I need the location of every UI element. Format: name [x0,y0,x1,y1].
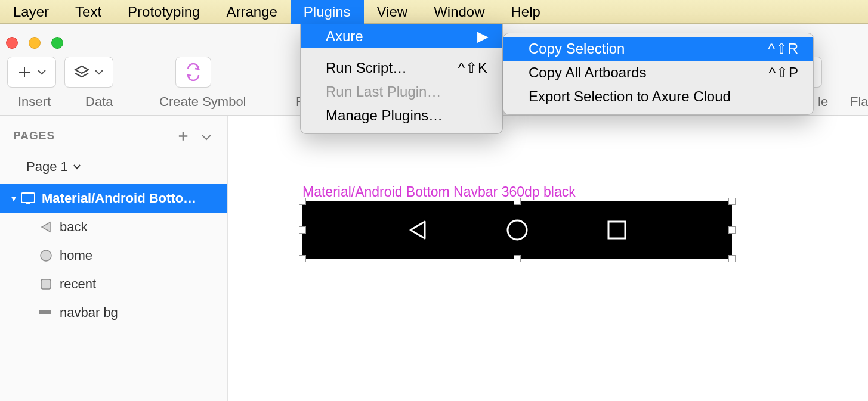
toolbar-cut-le: le [818,94,828,110]
rect-shape-icon [37,304,55,322]
artboard-icon [19,189,37,207]
layer-row-home[interactable]: home [0,241,227,270]
close-window-button[interactable] [6,37,18,49]
android-recent-icon [606,219,628,241]
menu-arrange[interactable]: Arrange [213,0,290,24]
svg-rect-8 [39,310,51,314]
chevron-down-icon [73,162,81,172]
menu-shortcut: ^⇧R [768,41,799,57]
plugins-menu-axure[interactable]: Axure ▶ [301,24,502,48]
square-shape-icon [37,275,55,293]
mac-menubar: Layer Text Prototyping Arrange Plugins V… [0,0,868,24]
axure-copy-all-artboards[interactable]: Copy All Artboards ^⇧P [503,61,813,85]
plugins-menu-manage[interactable]: Manage Plugins… [301,104,502,128]
canvas[interactable]: Material/Android Bottom Navbar 360dp bla… [228,116,868,401]
menu-window[interactable]: Window [421,0,498,24]
menu-item-label: Axure [326,28,363,45]
svg-rect-11 [608,222,625,238]
android-navbar-artboard[interactable] [302,201,732,259]
workspace: PAGES ＋ Page 1 ▼ Material/Android Botto… [0,116,868,401]
menu-item-label: Copy All Artboards [529,64,646,81]
menu-prototyping[interactable]: Prototyping [115,0,213,24]
navbar-icons [302,201,732,259]
layer-label: navbar bg [60,305,118,321]
create-symbol-label: Create Symbol [159,94,246,110]
selection-handle[interactable] [514,255,521,262]
axure-copy-selection[interactable]: Copy Selection ^⇧R [503,37,813,61]
svg-marker-5 [42,222,50,232]
layer-row-recent[interactable]: recent [0,270,227,299]
menu-separator [301,52,502,52]
submenu-arrow-icon: ▶ [477,28,488,45]
menu-item-label: Run Script… [326,60,407,76]
artboard-row[interactable]: ▼ Material/Android Botto… [0,184,227,213]
create-symbol-button[interactable] [175,57,211,88]
menu-item-label: Run Last Plugin… [326,83,441,100]
svg-marker-2 [75,66,88,73]
axure-submenu: Copy Selection ^⇧R Copy All Artboards ^⇧… [503,33,814,115]
circle-shape-icon [37,247,55,265]
pages-title: PAGES [13,129,55,142]
layer-row-navbar-bg[interactable]: navbar bg [0,299,227,327]
svg-rect-3 [21,193,35,203]
toolbar-cut-flat: Flat [850,94,868,110]
menu-shortcut: ^⇧K [458,60,488,76]
selection-handle[interactable] [299,226,306,234]
plugins-menu-run-script[interactable]: Run Script… ^⇧K [301,56,502,80]
menu-item-label: Manage Plugins… [326,107,443,124]
insert-button[interactable] [7,57,56,88]
menu-text[interactable]: Text [62,0,115,24]
pages-header: PAGES ＋ [0,116,227,153]
menu-item-label: Export Selection to Axure Cloud [529,88,731,105]
artboard-name: Material/Android Botto… [42,191,196,206]
plugins-menu-run-last: Run Last Plugin… [301,80,502,104]
selection-handle[interactable] [728,198,736,205]
android-home-icon [505,218,529,242]
add-page-icon[interactable]: ＋ [171,125,196,146]
menu-layer[interactable]: Layer [0,0,62,24]
data-button[interactable] [64,57,113,88]
menu-shortcut: ^⇧P [769,64,799,81]
current-page-label: Page 1 [26,159,68,175]
svg-marker-9 [410,222,425,238]
menu-view[interactable]: View [364,0,421,24]
selection-handle[interactable] [728,255,736,262]
layer-label: back [60,219,87,235]
insert-label: Insert [18,94,51,110]
svg-point-6 [41,250,51,261]
window-traffic-lights [6,37,63,49]
plugins-dropdown: Axure ▶ Run Script… ^⇧K Run Last Plugin…… [300,24,503,134]
selection-handle[interactable] [728,226,736,234]
pages-chevron-icon[interactable] [196,126,217,145]
triangle-shape-icon [37,218,55,236]
minimize-window-button[interactable] [29,37,41,49]
menu-plugins[interactable]: Plugins [291,0,364,24]
svg-point-10 [508,220,527,240]
rotate-sync-icon [184,63,202,81]
layers-icon [74,64,104,80]
zoom-window-button[interactable] [51,37,63,49]
menu-help[interactable]: Help [498,0,554,24]
left-panel: PAGES ＋ Page 1 ▼ Material/Android Botto… [0,116,228,401]
selection-handle[interactable] [299,255,306,262]
selection-handle[interactable] [299,198,306,205]
plus-icon [17,64,47,80]
menu-item-label: Copy Selection [529,41,625,57]
layer-row-back[interactable]: back [0,213,227,241]
axure-export-cloud[interactable]: Export Selection to Axure Cloud [503,85,813,108]
data-label: Data [85,94,113,110]
disclosure-triangle-icon[interactable]: ▼ [8,194,19,203]
layer-label: home [60,248,92,263]
android-back-icon [407,219,428,241]
current-page-row[interactable]: Page 1 [0,153,227,184]
layer-label: recent [60,276,96,292]
selection-handle[interactable] [514,198,521,205]
svg-rect-7 [41,279,51,289]
canvas-artboard-label[interactable]: Material/Android Bottom Navbar 360dp bla… [302,184,576,200]
